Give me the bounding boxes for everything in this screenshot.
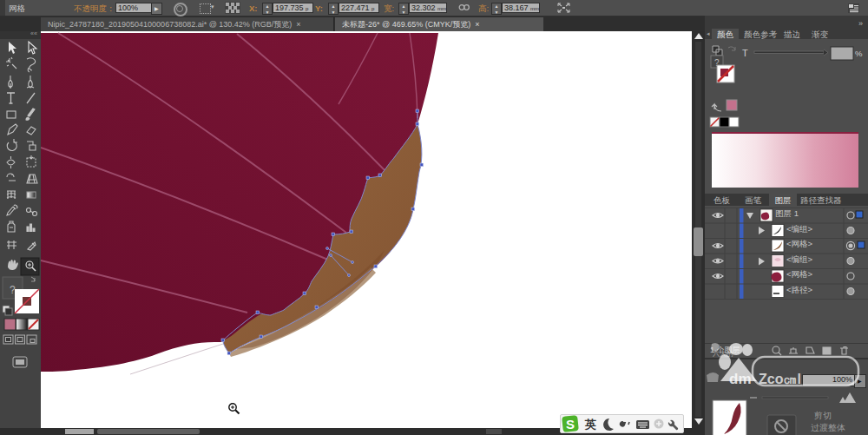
svg-text:S: S <box>566 417 575 432</box>
svg-text:剪切: 剪切 <box>814 411 832 420</box>
svg-text:?: ? <box>10 284 16 296</box>
svg-text:%: % <box>855 49 863 58</box>
svg-text:英: 英 <box>584 418 596 431</box>
svg-text:T: T <box>742 48 748 58</box>
svg-text:过渡整体: 过渡整体 <box>811 423 845 432</box>
